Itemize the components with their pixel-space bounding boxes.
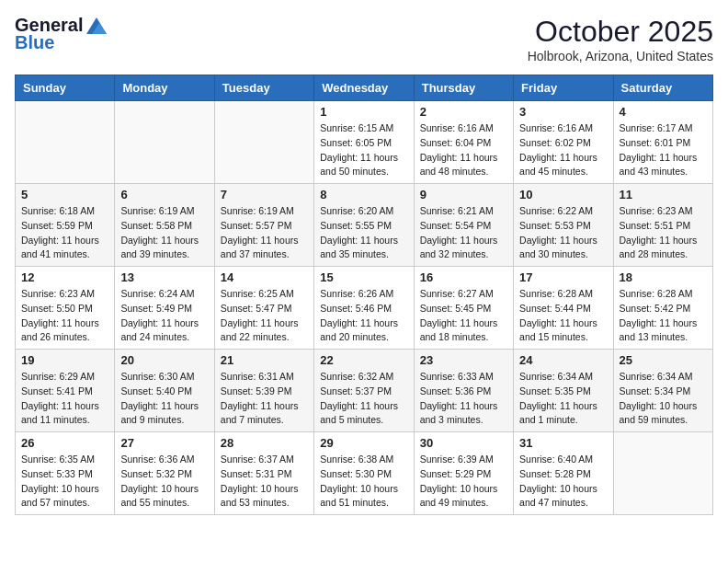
day-of-week-header: Thursday xyxy=(414,75,513,101)
day-number: 5 xyxy=(21,188,108,201)
location: Holbrook, Arizona, United States xyxy=(528,49,713,63)
calendar-day-cell xyxy=(115,101,214,184)
calendar-day-cell: 15Sunrise: 6:26 AM Sunset: 5:46 PM Dayli… xyxy=(314,267,414,350)
day-info: Sunrise: 6:29 AM Sunset: 5:41 PM Dayligh… xyxy=(21,370,108,428)
calendar-header-row: SundayMondayTuesdayWednesdayThursdayFrid… xyxy=(16,75,713,101)
calendar-day-cell: 28Sunrise: 6:37 AM Sunset: 5:31 PM Dayli… xyxy=(214,432,313,515)
day-info: Sunrise: 6:17 AM Sunset: 6:01 PM Dayligh… xyxy=(620,121,707,179)
calendar-day-cell: 24Sunrise: 6:34 AM Sunset: 5:35 PM Dayli… xyxy=(514,350,613,432)
calendar-day-cell: 23Sunrise: 6:33 AM Sunset: 5:36 PM Dayli… xyxy=(414,350,513,432)
day-info: Sunrise: 6:33 AM Sunset: 5:36 PM Dayligh… xyxy=(420,370,507,428)
calendar-day-cell: 26Sunrise: 6:35 AM Sunset: 5:33 PM Dayli… xyxy=(16,432,115,515)
day-number: 3 xyxy=(519,105,607,119)
calendar-week-row: 5Sunrise: 6:18 AM Sunset: 5:59 PM Daylig… xyxy=(16,184,713,267)
calendar-day-cell xyxy=(214,101,313,184)
calendar-day-cell: 10Sunrise: 6:22 AM Sunset: 5:53 PM Dayli… xyxy=(514,184,613,267)
day-of-week-header: Friday xyxy=(514,75,613,101)
day-of-week-header: Tuesday xyxy=(214,75,313,101)
day-number: 30 xyxy=(420,436,507,450)
calendar-day-cell: 1Sunrise: 6:15 AM Sunset: 6:05 PM Daylig… xyxy=(314,101,414,184)
calendar-day-cell: 13Sunrise: 6:24 AM Sunset: 5:49 PM Dayli… xyxy=(115,267,214,350)
day-number: 20 xyxy=(120,353,208,367)
day-info: Sunrise: 6:24 AM Sunset: 5:49 PM Dayligh… xyxy=(120,287,208,345)
day-number: 8 xyxy=(320,188,407,201)
calendar-day-cell: 19Sunrise: 6:29 AM Sunset: 5:41 PM Dayli… xyxy=(16,350,115,432)
calendar-day-cell xyxy=(16,101,115,184)
day-number: 1 xyxy=(320,105,407,119)
day-number: 23 xyxy=(420,353,507,367)
calendar-day-cell: 3Sunrise: 6:16 AM Sunset: 6:02 PM Daylig… xyxy=(514,101,613,184)
day-info: Sunrise: 6:34 AM Sunset: 5:34 PM Dayligh… xyxy=(620,370,707,428)
calendar-week-row: 26Sunrise: 6:35 AM Sunset: 5:33 PM Dayli… xyxy=(16,432,713,515)
day-info: Sunrise: 6:31 AM Sunset: 5:39 PM Dayligh… xyxy=(221,370,308,428)
day-number: 15 xyxy=(320,270,407,284)
day-number: 4 xyxy=(620,105,707,119)
day-number: 19 xyxy=(21,353,108,367)
month-title: October 2025 xyxy=(528,15,713,49)
calendar-day-cell: 18Sunrise: 6:28 AM Sunset: 5:42 PM Dayli… xyxy=(613,267,712,350)
calendar-day-cell: 12Sunrise: 6:23 AM Sunset: 5:50 PM Dayli… xyxy=(16,267,115,350)
day-number: 25 xyxy=(620,353,707,367)
day-info: Sunrise: 6:28 AM Sunset: 5:42 PM Dayligh… xyxy=(620,287,707,345)
day-info: Sunrise: 6:27 AM Sunset: 5:45 PM Dayligh… xyxy=(420,287,507,345)
calendar-day-cell: 6Sunrise: 6:19 AM Sunset: 5:58 PM Daylig… xyxy=(115,184,214,267)
day-of-week-header: Wednesday xyxy=(314,75,414,101)
day-info: Sunrise: 6:40 AM Sunset: 5:28 PM Dayligh… xyxy=(519,453,607,511)
day-number: 21 xyxy=(221,353,308,367)
day-info: Sunrise: 6:39 AM Sunset: 5:29 PM Dayligh… xyxy=(420,453,507,511)
logo: General Blue xyxy=(15,15,107,53)
day-info: Sunrise: 6:19 AM Sunset: 5:57 PM Dayligh… xyxy=(221,204,308,262)
calendar-day-cell xyxy=(613,432,712,515)
page-header: General Blue October 2025 Holbrook, Ariz… xyxy=(15,15,713,63)
day-number: 28 xyxy=(221,436,308,450)
day-info: Sunrise: 6:35 AM Sunset: 5:33 PM Dayligh… xyxy=(21,453,108,511)
day-info: Sunrise: 6:36 AM Sunset: 5:32 PM Dayligh… xyxy=(120,453,208,511)
day-info: Sunrise: 6:34 AM Sunset: 5:35 PM Dayligh… xyxy=(519,370,607,428)
day-number: 12 xyxy=(21,270,108,284)
calendar-day-cell: 9Sunrise: 6:21 AM Sunset: 5:54 PM Daylig… xyxy=(414,184,513,267)
day-info: Sunrise: 6:22 AM Sunset: 5:53 PM Dayligh… xyxy=(519,204,607,262)
day-info: Sunrise: 6:18 AM Sunset: 5:59 PM Dayligh… xyxy=(21,204,108,262)
day-info: Sunrise: 6:21 AM Sunset: 5:54 PM Dayligh… xyxy=(420,204,507,262)
day-number: 24 xyxy=(519,353,607,367)
day-info: Sunrise: 6:20 AM Sunset: 5:55 PM Dayligh… xyxy=(320,204,407,262)
day-of-week-header: Monday xyxy=(115,75,214,101)
calendar-week-row: 12Sunrise: 6:23 AM Sunset: 5:50 PM Dayli… xyxy=(16,267,713,350)
day-number: 18 xyxy=(620,270,707,284)
day-number: 17 xyxy=(519,270,607,284)
day-number: 31 xyxy=(519,436,607,450)
calendar-day-cell: 27Sunrise: 6:36 AM Sunset: 5:32 PM Dayli… xyxy=(115,432,214,515)
day-info: Sunrise: 6:30 AM Sunset: 5:40 PM Dayligh… xyxy=(120,370,208,428)
day-number: 14 xyxy=(221,270,308,284)
calendar-day-cell: 2Sunrise: 6:16 AM Sunset: 6:04 PM Daylig… xyxy=(414,101,513,184)
day-info: Sunrise: 6:16 AM Sunset: 6:04 PM Dayligh… xyxy=(420,121,507,179)
calendar-day-cell: 30Sunrise: 6:39 AM Sunset: 5:29 PM Dayli… xyxy=(414,432,513,515)
calendar-day-cell: 21Sunrise: 6:31 AM Sunset: 5:39 PM Dayli… xyxy=(214,350,313,432)
calendar-day-cell: 4Sunrise: 6:17 AM Sunset: 6:01 PM Daylig… xyxy=(613,101,712,184)
calendar-day-cell: 14Sunrise: 6:25 AM Sunset: 5:47 PM Dayli… xyxy=(214,267,313,350)
calendar-week-row: 19Sunrise: 6:29 AM Sunset: 5:41 PM Dayli… xyxy=(16,350,713,432)
day-info: Sunrise: 6:38 AM Sunset: 5:30 PM Dayligh… xyxy=(320,453,407,511)
day-info: Sunrise: 6:23 AM Sunset: 5:51 PM Dayligh… xyxy=(620,204,707,262)
calendar-day-cell: 29Sunrise: 6:38 AM Sunset: 5:30 PM Dayli… xyxy=(314,432,414,515)
day-info: Sunrise: 6:19 AM Sunset: 5:58 PM Dayligh… xyxy=(120,204,208,262)
day-info: Sunrise: 6:32 AM Sunset: 5:37 PM Dayligh… xyxy=(320,370,407,428)
calendar-day-cell: 16Sunrise: 6:27 AM Sunset: 5:45 PM Dayli… xyxy=(414,267,513,350)
day-number: 7 xyxy=(221,188,308,201)
day-number: 16 xyxy=(420,270,507,284)
calendar-week-row: 1Sunrise: 6:15 AM Sunset: 6:05 PM Daylig… xyxy=(16,101,713,184)
calendar-day-cell: 8Sunrise: 6:20 AM Sunset: 5:55 PM Daylig… xyxy=(314,184,414,267)
day-info: Sunrise: 6:25 AM Sunset: 5:47 PM Dayligh… xyxy=(221,287,308,345)
day-number: 2 xyxy=(420,105,507,119)
logo-blue-text: Blue xyxy=(15,32,54,53)
day-of-week-header: Saturday xyxy=(613,75,712,101)
day-info: Sunrise: 6:26 AM Sunset: 5:46 PM Dayligh… xyxy=(320,287,407,345)
day-info: Sunrise: 6:15 AM Sunset: 6:05 PM Dayligh… xyxy=(320,121,407,179)
calendar-day-cell: 20Sunrise: 6:30 AM Sunset: 5:40 PM Dayli… xyxy=(115,350,214,432)
day-number: 13 xyxy=(120,270,208,284)
day-info: Sunrise: 6:16 AM Sunset: 6:02 PM Dayligh… xyxy=(519,121,607,179)
title-section: October 2025 Holbrook, Arizona, United S… xyxy=(528,15,713,63)
day-number: 9 xyxy=(420,188,507,201)
day-info: Sunrise: 6:28 AM Sunset: 5:44 PM Dayligh… xyxy=(519,287,607,345)
calendar-day-cell: 11Sunrise: 6:23 AM Sunset: 5:51 PM Dayli… xyxy=(613,184,712,267)
